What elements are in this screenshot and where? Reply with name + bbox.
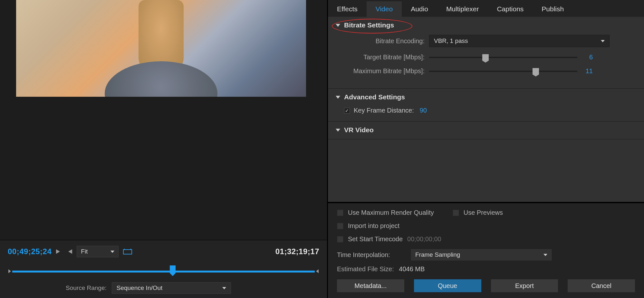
export-button[interactable]: Export [491,279,558,292]
disclosure-triangle-icon [336,24,340,27]
tab-publish[interactable]: Publish [533,1,573,17]
svg-rect-0 [123,250,132,254]
bitrate-encoding-label: Bitrate Encoding: [336,37,429,45]
timeline-track[interactable] [12,271,315,273]
source-range-dropdown[interactable]: Sequence In/Out [112,282,231,294]
bitrate-encoding-value: VBR, 1 pass [434,37,468,45]
max-render-quality-checkbox[interactable] [337,210,343,216]
time-interpolation-dropdown[interactable]: Frame Sampling [410,249,552,261]
keyframe-distance-checkbox[interactable]: ✓ [344,108,350,114]
tab-multiplexer[interactable]: Multiplexer [437,1,488,17]
disclosure-triangle-icon [336,129,340,132]
target-bitrate-label: Target Bitrate [Mbps]: [336,54,429,61]
safe-margins-icon[interactable] [123,248,132,255]
start-timecode-value: 00;00;00;00 [407,235,441,243]
settings-scroll[interactable]: Bitrate Settings Bitrate Encoding: VBR, … [328,17,644,202]
disclosure-triangle-icon [336,96,340,99]
slider-thumb[interactable] [533,68,539,74]
preview-pane: 00;49;25;24 Fit 01;32;19;17 Source Range… [0,0,327,298]
keyframe-distance-value[interactable]: 90 [420,107,427,114]
mark-in-icon[interactable] [56,249,62,254]
zoom-dropdown[interactable]: Fit [77,246,119,257]
section-title: Bitrate Settings [344,21,394,29]
timecode-duration: 01;32;19;17 [275,247,319,256]
max-bitrate-slider[interactable] [429,71,577,72]
tab-audio[interactable]: Audio [402,1,437,17]
playback-bar: 00;49;25;24 Fit 01;32;19;17 Source Range… [0,240,327,298]
set-start-timecode-label: Set Start Timecode [348,235,403,243]
bitrate-encoding-dropdown[interactable]: VBR, 1 pass [429,35,610,47]
keyframe-distance-label: Key Frame Distance: [354,107,414,114]
tab-captions[interactable]: Captions [488,1,533,17]
section-vr-video: VR Video [328,122,644,139]
use-previews-checkbox[interactable] [453,210,459,216]
export-options-panel: Use Maximum Render Quality Use Previews … [328,202,644,298]
preview-area [0,0,327,240]
mark-out-icon[interactable] [66,249,72,254]
queue-button[interactable]: Queue [414,279,481,292]
section-header-vr[interactable]: VR Video [336,126,636,134]
metadata-button[interactable]: Metadata... [337,279,404,292]
source-range-value: Sequence In/Out [117,284,163,292]
chevron-down-icon [111,251,114,253]
import-into-project-label: Import into project [348,222,399,230]
estimated-size-value: 4046 MB [399,265,425,273]
playhead[interactable] [170,265,176,273]
timeline-in-marker[interactable] [8,269,11,273]
section-title: Advanced Settings [344,93,405,101]
settings-tabs: Effects Video Audio Multiplexer Captions… [328,0,644,17]
section-header-advanced[interactable]: Advanced Settings [336,93,636,101]
tab-video[interactable]: Video [367,1,402,17]
timeline-out-marker[interactable] [316,269,319,273]
max-bitrate-value[interactable]: 11 [583,67,593,75]
source-range-label: Source Range: [66,284,107,292]
set-start-timecode-checkbox[interactable] [337,236,343,243]
max-render-quality-label: Use Maximum Render Quality [348,209,434,216]
preview-video-frame[interactable] [16,0,306,97]
chevron-down-icon [601,40,605,42]
chevron-down-icon [543,254,547,256]
target-bitrate-value[interactable]: 6 [583,54,593,61]
timecode-current[interactable]: 00;49;25;24 [8,247,52,256]
import-into-project-checkbox[interactable] [337,223,343,229]
section-title: VR Video [344,126,374,134]
zoom-value: Fit [81,248,88,255]
slider-thumb[interactable] [482,54,489,61]
tab-effects[interactable]: Effects [328,1,367,17]
section-advanced: Advanced Settings ✓ Key Frame Distance: … [328,89,644,122]
use-previews-label: Use Previews [464,209,503,216]
time-interpolation-label: Time Interpolation: [337,251,405,259]
settings-pane: Effects Video Audio Multiplexer Captions… [327,0,644,298]
section-bitrate: Bitrate Settings Bitrate Encoding: VBR, … [328,17,644,89]
timeline[interactable] [8,264,319,277]
time-interpolation-value: Frame Sampling [415,251,460,258]
chevron-down-icon [222,287,226,289]
section-header-bitrate[interactable]: Bitrate Settings [336,21,636,29]
estimated-size-label: Estimated File Size: [337,265,394,273]
max-bitrate-label: Maximum Bitrate [Mbps]: [336,67,429,75]
target-bitrate-slider[interactable] [429,57,577,58]
cancel-button[interactable]: Cancel [568,279,635,292]
